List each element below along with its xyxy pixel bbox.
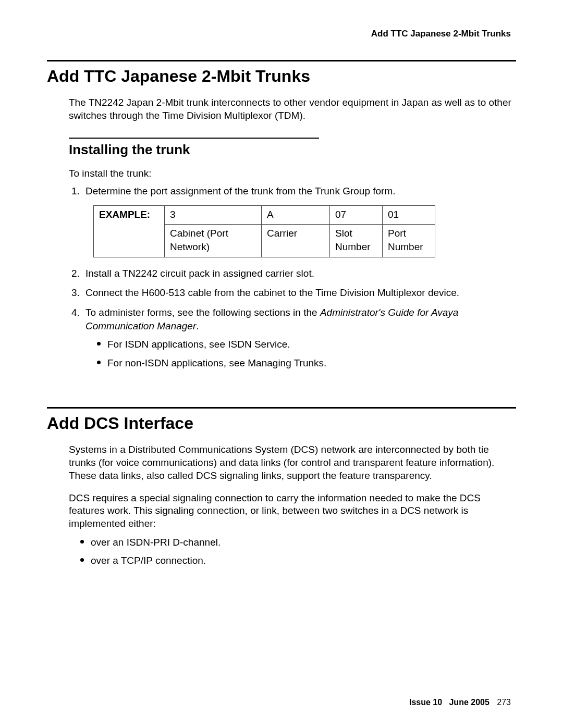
table-row: EXAMPLE: 3 A 07 01 <box>94 205 435 225</box>
table-cell: 3 <box>165 205 262 225</box>
table-cell: Cabinet (Port Network) <box>165 225 262 257</box>
step-1: Determine the port assignment of the tru… <box>82 184 516 257</box>
dcs-bullets: over an ISDN-PRI D-channel. over a TCP/I… <box>69 536 516 567</box>
table-cell: Carrier <box>262 225 330 257</box>
table-cell: Port Number <box>383 225 435 257</box>
table-cell: 01 <box>383 205 435 225</box>
footer-page-number: 273 <box>497 698 511 707</box>
dcs-paragraph-1: Systems in a Distributed Communications … <box>69 443 516 482</box>
step-4: To administer forms, see the following s… <box>82 306 516 370</box>
section-rule <box>47 60 516 61</box>
section-rule <box>47 407 516 409</box>
dcs-paragraph-2: DCS requires a special signaling connect… <box>69 492 516 530</box>
table-cell: 07 <box>330 205 383 225</box>
example-table: EXAMPLE: 3 A 07 01 Cabinet (Port Network… <box>93 205 435 257</box>
section-title-dcs: Add DCS Interface <box>47 414 516 433</box>
list-item: over a TCP/IP connection. <box>80 554 516 567</box>
table-cell: A <box>262 205 330 225</box>
step-4-post: . <box>196 320 199 331</box>
install-steps-list: Determine the port assignment of the tru… <box>69 184 516 369</box>
page-footer: Issue 10 June 2005 273 <box>409 698 511 707</box>
list-item: For non-ISDN applications, see Managing … <box>97 356 516 370</box>
list-item: For ISDN applications, see ISDN Service. <box>97 338 516 351</box>
section-title-ttc: Add TTC Japanese 2-Mbit Trunks <box>47 67 516 86</box>
step-3: Connect the H600-513 cable from the cabi… <box>82 286 516 300</box>
page: Add TTC Japanese 2-Mbit Trunks Add TTC J… <box>0 0 563 728</box>
list-item: over an ISDN-PRI D-channel. <box>80 536 516 549</box>
intro-paragraph: The TN2242 Japan 2-Mbit trunk interconne… <box>69 96 516 122</box>
example-label-cell: EXAMPLE: <box>94 205 165 257</box>
section1-body: The TN2242 Japan 2-Mbit trunk interconne… <box>69 96 516 369</box>
step-1-text: Determine the port assignment of the tru… <box>85 186 396 196</box>
step-4-pre: To administer forms, see the following s… <box>85 307 320 318</box>
footer-date: June 2005 <box>449 698 489 707</box>
lead-in-text: To install the trunk: <box>69 167 516 180</box>
section2-body: Systems in a Distributed Communications … <box>69 443 516 567</box>
step-2: Install a TN2242 circuit pack in assigne… <box>82 267 516 280</box>
running-head: Add TTC Japanese 2-Mbit Trunks <box>47 29 511 39</box>
step-4-bullets: For ISDN applications, see ISDN Service.… <box>85 338 516 369</box>
table-cell: Slot Number <box>330 225 383 257</box>
subsection-rule <box>69 138 319 139</box>
footer-issue: Issue 10 <box>409 698 442 707</box>
subsection-title-installing: Installing the trunk <box>69 142 516 158</box>
